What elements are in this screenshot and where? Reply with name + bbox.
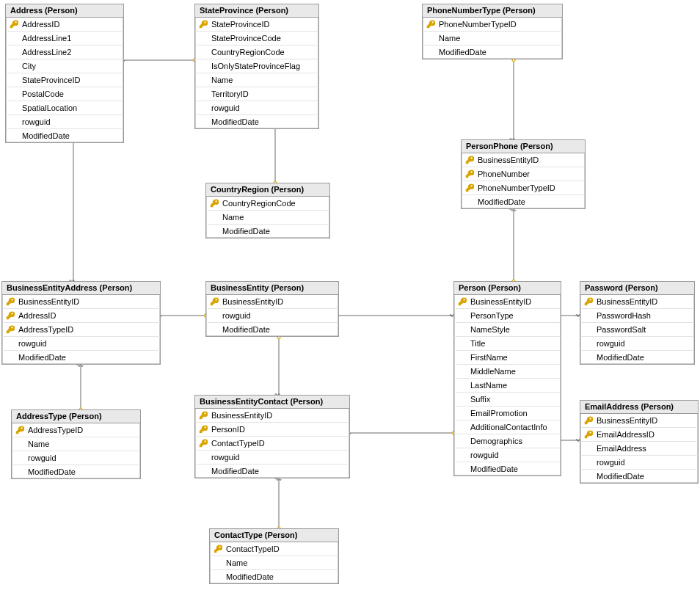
column-name: CountryRegionCode	[222, 199, 300, 208]
table-AddressType[interactable]: AddressType (Person)AddressTypeIDNamerow…	[11, 409, 141, 479]
table-column[interactable]: ModifiedDate	[12, 465, 140, 478]
table-StateProvince[interactable]: StateProvince (Person)StateProvinceIDSta…	[194, 4, 319, 129]
table-PersonPhone[interactable]: PersonPhone (Person)BusinessEntityIDPhon…	[461, 139, 586, 209]
table-Person[interactable]: Person (Person)BusinessEntityIDPersonTyp…	[453, 281, 561, 476]
table-column[interactable]: PhoneNumber	[462, 167, 585, 181]
column-name: MiddleName	[470, 367, 520, 376]
table-EmailAddress[interactable]: EmailAddress (Person)BusinessEntityIDEma…	[580, 400, 699, 484]
table-column[interactable]: StateProvinceID	[195, 18, 318, 32]
table-column[interactable]: Title	[454, 337, 561, 351]
table-column[interactable]: PersonID	[195, 423, 349, 437]
table-column[interactable]: Demographics	[454, 434, 561, 448]
table-column[interactable]: ModifiedDate	[462, 195, 585, 208]
table-column[interactable]: AddressTypeID	[12, 423, 140, 437]
table-column[interactable]: PhoneNumberTypeID	[462, 181, 585, 195]
table-column[interactable]: ContactTypeID	[195, 437, 349, 451]
table-PhoneNumberType[interactable]: PhoneNumberType (Person)PhoneNumberTypeI…	[422, 4, 563, 59]
table-column[interactable]: ModifiedDate	[195, 115, 318, 128]
column-name: rowguid	[18, 339, 51, 348]
table-column[interactable]: ModifiedDate	[195, 465, 349, 478]
column-name: Name	[222, 213, 248, 222]
table-column[interactable]: FirstName	[454, 351, 561, 365]
table-column[interactable]: rowguid	[12, 451, 140, 465]
table-column[interactable]: AddressTypeID	[2, 323, 160, 337]
table-column[interactable]: ModifiedDate	[580, 470, 698, 483]
table-column[interactable]: PersonType	[454, 309, 561, 323]
table-column[interactable]: EmailAddress	[580, 442, 698, 456]
table-column[interactable]: rowguid	[195, 451, 349, 465]
table-title: BusinessEntityContact (Person)	[195, 396, 349, 409]
table-column[interactable]: ModifiedDate	[206, 323, 338, 336]
column-name: AddressID	[18, 311, 60, 320]
table-column[interactable]: ModifiedDate	[454, 462, 561, 476]
table-column[interactable]: rowguid	[580, 337, 694, 351]
table-column[interactable]: AddressID	[6, 18, 123, 32]
table-column[interactable]: Name	[206, 211, 329, 225]
table-column[interactable]: ModifiedDate	[580, 351, 694, 364]
table-column[interactable]: EmailPromotion	[454, 407, 561, 420]
primary-key-icon	[195, 439, 211, 448]
table-column[interactable]: AddressLine1	[6, 32, 123, 45]
table-column[interactable]: rowguid	[580, 456, 698, 470]
table-column[interactable]: BusinessEntityID	[2, 295, 160, 309]
table-column[interactable]: BusinessEntityID	[206, 295, 338, 309]
table-column[interactable]: StateProvinceID	[6, 73, 123, 87]
table-column[interactable]: Name	[12, 437, 140, 451]
table-column[interactable]: Name	[195, 73, 318, 87]
table-BusinessEntityContact[interactable]: BusinessEntityContact (Person)BusinessEn…	[194, 395, 350, 478]
table-column[interactable]: PostalCode	[6, 87, 123, 101]
table-column[interactable]: ModifiedDate	[6, 129, 123, 142]
table-column[interactable]: rowguid	[454, 448, 561, 462]
table-column[interactable]: AddressLine2	[6, 45, 123, 59]
table-column[interactable]: BusinessEntityID	[195, 409, 349, 423]
table-title: Password (Person)	[580, 282, 694, 295]
table-column[interactable]: ModifiedDate	[210, 570, 338, 583]
table-column[interactable]: PasswordHash	[580, 309, 694, 323]
table-column[interactable]: IsOnlyStateProvinceFlag	[195, 59, 318, 73]
table-column[interactable]: CountryRegionCode	[195, 45, 318, 59]
table-CountryRegion[interactable]: CountryRegion (Person)CountryRegionCodeN…	[205, 183, 330, 238]
table-column[interactable]: ModifiedDate	[206, 225, 329, 238]
table-column[interactable]: SpatialLocation	[6, 101, 123, 115]
primary-key-icon	[454, 297, 470, 306]
table-column[interactable]: Name	[423, 32, 562, 45]
table-column[interactable]: Suffix	[454, 393, 561, 407]
table-column[interactable]: AdditionalContactInfo	[454, 420, 561, 434]
table-column[interactable]: BusinessEntityID	[454, 295, 561, 309]
table-column[interactable]: rowguid	[195, 101, 318, 115]
column-name: ModifiedDate	[211, 117, 263, 126]
table-column[interactable]: ModifiedDate	[2, 351, 160, 364]
primary-key-icon	[2, 325, 18, 334]
column-name: ModifiedDate	[478, 197, 530, 206]
table-column[interactable]: NameStyle	[454, 323, 561, 337]
table-column[interactable]: BusinessEntityID	[462, 153, 585, 167]
table-column[interactable]: BusinessEntityID	[580, 414, 698, 428]
column-name: ModifiedDate	[222, 227, 274, 236]
table-column[interactable]: MiddleName	[454, 365, 561, 379]
table-column[interactable]: PhoneNumberTypeID	[423, 18, 562, 32]
table-title: CountryRegion (Person)	[206, 183, 329, 197]
table-column[interactable]: BusinessEntityID	[580, 295, 694, 309]
column-name: EmailPromotion	[470, 409, 532, 418]
table-column[interactable]: AddressID	[2, 309, 160, 323]
column-name: PhoneNumberTypeID	[439, 20, 521, 29]
table-column[interactable]: EmailAddressID	[580, 428, 698, 442]
table-column[interactable]: ModifiedDate	[423, 45, 562, 59]
table-column[interactable]: CountryRegionCode	[206, 197, 329, 211]
table-column[interactable]: ContactTypeID	[210, 542, 338, 556]
table-Address[interactable]: Address (Person)AddressIDAddressLine1Add…	[5, 4, 124, 143]
table-column[interactable]: LastName	[454, 379, 561, 393]
table-Password[interactable]: Password (Person)BusinessEntityIDPasswor…	[580, 281, 695, 365]
table-column[interactable]: TerritoryID	[195, 87, 318, 101]
table-column[interactable]: StateProvinceCode	[195, 32, 318, 45]
table-BusinessEntity[interactable]: BusinessEntity (Person)BusinessEntityIDr…	[205, 281, 339, 337]
table-column[interactable]: rowguid	[2, 337, 160, 351]
table-column[interactable]: Name	[210, 556, 338, 570]
table-column[interactable]: rowguid	[206, 309, 338, 323]
table-ContactType[interactable]: ContactType (Person)ContactTypeIDNameMod…	[209, 528, 339, 584]
table-column[interactable]: rowguid	[6, 115, 123, 129]
column-name: ModifiedDate	[439, 48, 491, 57]
table-column[interactable]: PasswordSalt	[580, 323, 694, 337]
table-BusinessEntityAddress[interactable]: BusinessEntityAddress (Person)BusinessEn…	[1, 281, 161, 365]
table-column[interactable]: City	[6, 59, 123, 73]
